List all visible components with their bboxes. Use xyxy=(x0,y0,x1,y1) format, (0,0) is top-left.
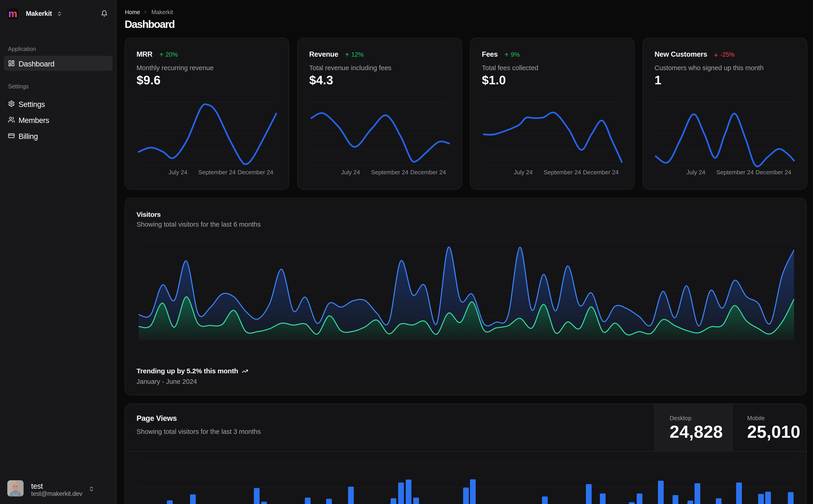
svg-text:July 24: July 24 xyxy=(168,169,187,176)
svg-text:December 24: December 24 xyxy=(238,169,273,176)
svg-text:September 24: September 24 xyxy=(543,169,581,176)
svg-text:September 24: September 24 xyxy=(198,169,236,176)
svg-text:July 24: July 24 xyxy=(687,169,705,176)
svg-text:September 24: September 24 xyxy=(716,169,754,176)
svg-text:September 24: September 24 xyxy=(371,169,408,176)
svg-text:December 24: December 24 xyxy=(410,169,446,176)
svg-text:July 24: July 24 xyxy=(341,169,360,176)
svg-text:December 24: December 24 xyxy=(583,169,619,176)
svg-text:December 24: December 24 xyxy=(756,169,791,176)
svg-text:July 24: July 24 xyxy=(514,169,533,176)
